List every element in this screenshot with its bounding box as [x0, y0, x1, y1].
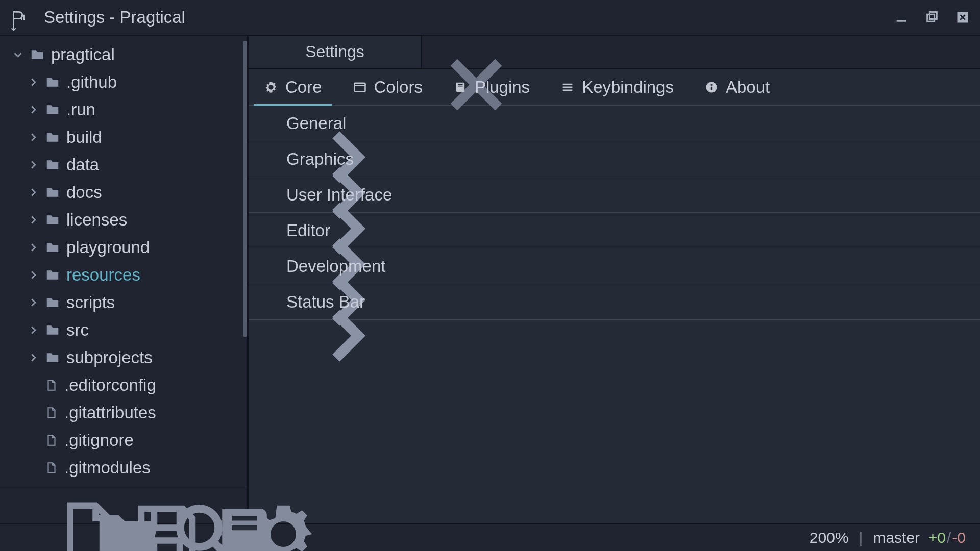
status-git[interactable]: master +0/-0	[873, 529, 966, 546]
status-separator: |	[859, 529, 863, 546]
chevron-down-icon	[12, 49, 23, 60]
tree-item-label: .gitmodules	[64, 458, 151, 478]
settings-section[interactable]: General	[249, 106, 980, 141]
gear-icon	[264, 80, 278, 94]
sidebar: pragtical .github.runbuilddatadocslicens…	[0, 36, 247, 523]
tree-item-label: playground	[66, 238, 150, 257]
settings-tab-plugins[interactable]: Plugins	[453, 69, 530, 105]
info-icon	[704, 80, 719, 94]
chevron-right-icon	[28, 352, 39, 363]
window-title: Settings - Pragtical	[44, 8, 185, 27]
status-git-deletions: -0	[952, 529, 966, 546]
settings-tab-label: About	[726, 78, 770, 97]
tree-item-label: resources	[66, 265, 140, 285]
tree-item-label: .gitattributes	[64, 403, 156, 422]
tree-item-label: .editorconfig	[64, 375, 156, 395]
maximize-button[interactable]	[925, 10, 939, 24]
close-icon[interactable]	[400, 46, 411, 58]
tree-file[interactable]: .gitignore	[0, 427, 247, 454]
chevron-right-icon	[269, 297, 278, 307]
file-tree[interactable]: pragtical .github.runbuilddatadocslicens…	[0, 36, 247, 487]
save-icon[interactable]	[90, 496, 110, 515]
tab-settings[interactable]: Settings	[249, 36, 422, 68]
status-zoom[interactable]: 200%	[810, 529, 849, 546]
chevron-right-icon	[269, 262, 278, 271]
open-folder-icon[interactable]	[52, 496, 71, 515]
chevron-right-icon	[269, 190, 278, 199]
tree-item-label: src	[66, 320, 89, 340]
settings-tabs: CoreColorsPluginsKeybindingsAbout	[249, 69, 980, 106]
search-icon[interactable]	[129, 496, 149, 515]
close-window-button[interactable]	[955, 10, 970, 24]
tree-item-label: .github	[66, 72, 117, 92]
book-icon	[453, 80, 468, 94]
chevron-right-icon	[269, 226, 278, 235]
status-branch: master	[873, 529, 920, 546]
tree-file[interactable]: .gitattributes	[0, 399, 247, 427]
tree-root-label: pragtical	[51, 45, 115, 64]
settings-tab-label: Colors	[374, 78, 423, 97]
tree-item-label: .run	[66, 100, 95, 119]
settings-tab-keybindings[interactable]: Keybindings	[560, 69, 674, 105]
list-icon	[560, 80, 575, 94]
settings-tab-core[interactable]: Core	[264, 69, 322, 105]
titlebar: Settings - Pragtical	[0, 0, 980, 36]
section-label: Graphics	[286, 149, 354, 169]
section-label: User Interface	[286, 185, 392, 205]
settings-tab-label: Plugins	[475, 78, 530, 97]
tree-item-label: data	[66, 155, 99, 174]
tree-item-label: licenses	[66, 210, 127, 230]
gear-icon[interactable]	[207, 496, 226, 515]
section-label: Development	[286, 257, 385, 276]
settings-tab-colors[interactable]: Colors	[353, 69, 423, 105]
editor-area: Settings CoreColorsPluginsKeybindingsAbo…	[249, 36, 980, 523]
chevron-right-icon	[269, 155, 278, 164]
app-logo-icon	[10, 9, 27, 26]
window-icon	[353, 80, 367, 94]
tab-label: Settings	[305, 42, 364, 61]
tree-item-label: .gitignore	[64, 431, 134, 450]
tree-item-label: docs	[66, 183, 102, 202]
settings-sections: GeneralGraphicsUser InterfaceEditorDevel…	[249, 106, 980, 320]
tree-item-label: scripts	[66, 293, 115, 312]
settings-tab-about[interactable]: About	[704, 69, 770, 105]
tree-file[interactable]: .gitmodules	[0, 454, 247, 482]
section-label: General	[286, 114, 346, 133]
new-file-icon[interactable]	[13, 496, 32, 515]
minimize-button[interactable]	[894, 10, 909, 24]
file-icon	[45, 461, 58, 474]
tree-item-label: build	[66, 128, 102, 147]
section-label: Editor	[286, 221, 330, 240]
tree-dir[interactable]: subprojects	[0, 344, 247, 371]
status-git-additions: +0	[928, 529, 946, 546]
tree-scrollbar[interactable]	[243, 41, 247, 337]
book-icon[interactable]	[168, 496, 187, 515]
settings-tab-label: Keybindings	[582, 78, 674, 97]
tree-item-label: subprojects	[66, 348, 153, 367]
section-label: Status Bar	[286, 292, 365, 312]
settings-tab-label: Core	[285, 78, 322, 97]
tabbar: Settings	[249, 36, 980, 69]
chevron-right-icon	[269, 119, 278, 128]
sidebar-toolbar	[0, 487, 247, 523]
